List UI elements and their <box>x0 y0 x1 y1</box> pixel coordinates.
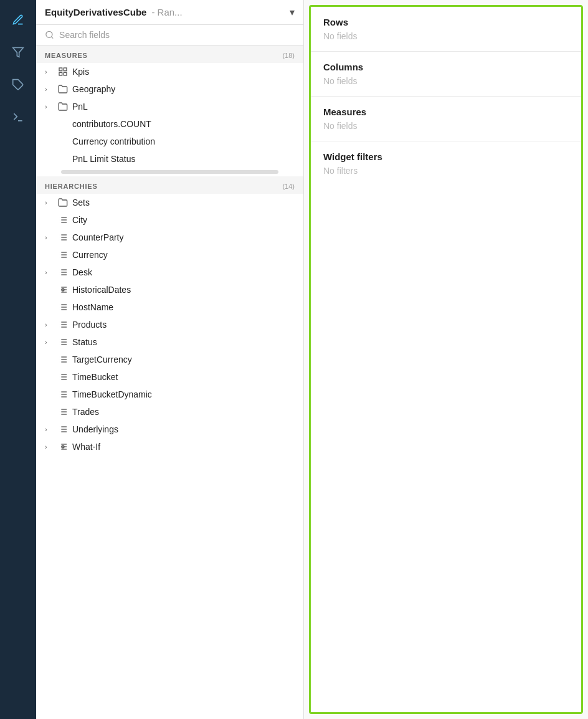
tree-item-underlyings[interactable]: › Underlyings <box>36 421 303 438</box>
widget-filters-title: Widget filters <box>323 151 569 162</box>
left-panel: EquityDerivativesCube - Ran... ▾ MEASURE… <box>36 0 304 719</box>
tree-item-pnl-limit-status[interactable]: › PnL Limit Status <box>36 150 303 168</box>
svg-rect-5 <box>59 68 62 71</box>
tree-item-label: TargetCurrency <box>72 355 132 364</box>
tree-item-geography[interactable]: › Geography <box>36 80 303 98</box>
columns-drop-zone[interactable]: Columns No fields <box>311 52 581 97</box>
chevron-right-icon: › <box>45 68 54 75</box>
tree-item-city[interactable]: City <box>36 211 303 229</box>
measures-dz-title: Measures <box>323 107 569 117</box>
svg-rect-7 <box>59 72 62 75</box>
tree-item-label: Status <box>72 337 97 347</box>
tree-item-sets[interactable]: › Sets <box>36 194 303 211</box>
tree-item-products[interactable]: › Products <box>36 316 303 333</box>
edit-nav-icon[interactable] <box>8 10 28 30</box>
tree-item-status[interactable]: › Status <box>36 333 303 351</box>
rows-drop-zone[interactable]: Rows No fields <box>311 7 581 52</box>
svg-rect-6 <box>64 68 67 71</box>
measures-dz-empty: No fields <box>323 121 569 131</box>
tree-item-label: City <box>72 215 87 225</box>
search-input[interactable] <box>59 30 295 40</box>
nav-bar <box>0 0 36 719</box>
chevron-right-icon: › <box>45 234 54 241</box>
tree-item-contributors-count[interactable]: › contributors.COUNT <box>36 115 303 133</box>
tree-item-pnl[interactable]: › PnL <box>36 98 303 115</box>
tree-item-label: Underlyings <box>72 424 118 434</box>
hierarchy-icon <box>57 354 69 365</box>
filter-nav-icon[interactable] <box>8 42 28 62</box>
tree-item-what-if[interactable]: › What-If <box>36 438 303 455</box>
tree-item-trades[interactable]: Trades <box>36 403 303 421</box>
puzzle-nav-icon[interactable] <box>8 75 28 95</box>
svg-point-3 <box>46 31 52 37</box>
hierarchies-section-header: HIERARCHIES (14) <box>36 176 303 194</box>
none-icon <box>57 118 69 130</box>
tree-item-label: What-If <box>72 442 100 452</box>
hierarchy-icon <box>57 336 69 348</box>
measures-drop-zone[interactable]: Measures No fields <box>311 97 581 141</box>
tree-item-label: TimeBucketDynamic <box>72 389 152 399</box>
measures-label: MEASURES <box>45 52 88 59</box>
widget-filters-drop-zone[interactable]: Widget filters No filters <box>311 141 581 186</box>
tree-item-label: Currency contribution <box>72 136 155 146</box>
cube-name: EquityDerivativesCube <box>45 7 146 17</box>
tree-item-historical-dates[interactable]: HistoricalDates <box>36 281 303 298</box>
chevron-right-icon: › <box>45 103 54 110</box>
hierarchy-special-icon <box>57 441 69 452</box>
cube-suffix: - Ran... <box>151 7 182 17</box>
hierarchy-icon <box>57 406 69 417</box>
hierarchy-icon <box>57 302 69 313</box>
columns-empty: No fields <box>323 76 569 86</box>
tree-item-label: Kpis <box>72 67 89 77</box>
tree-item-desk[interactable]: › Desk <box>36 264 303 281</box>
tree-item-label: PnL Limit Status <box>72 154 135 164</box>
tree-item-label: PnL <box>72 102 88 112</box>
tree-item-currency[interactable]: Currency <box>36 246 303 264</box>
scrollbar[interactable] <box>61 170 278 174</box>
svg-line-4 <box>51 37 53 39</box>
hierarchy-icon <box>57 371 69 383</box>
panel-content: MEASURES (18) › Kpis › Geography <box>36 45 303 719</box>
columns-title: Columns <box>323 62 569 72</box>
tree-item-time-bucket[interactable]: TimeBucket <box>36 368 303 386</box>
measures-count: (18) <box>282 52 295 59</box>
tree-item-label: Sets <box>72 198 90 207</box>
tree-item-label: Trades <box>72 407 99 417</box>
none-icon <box>57 153 69 164</box>
tree-item-label: CounterParty <box>72 232 123 242</box>
chevron-right-icon: › <box>45 269 54 276</box>
hierarchy-icon <box>57 319 69 330</box>
chevron-right-icon: › <box>45 338 54 346</box>
folder-icon <box>57 101 69 112</box>
none-icon <box>57 136 69 147</box>
hierarchy-special-icon <box>57 284 69 295</box>
tree-item-hostname[interactable]: HostName <box>36 298 303 316</box>
tree-item-time-bucket-dynamic[interactable]: TimeBucketDynamic <box>36 386 303 403</box>
folder-icon <box>57 83 69 95</box>
rows-empty: No fields <box>323 31 569 41</box>
measures-section-header: MEASURES (18) <box>36 45 303 63</box>
folder-icon <box>57 197 69 208</box>
hierarchies-label: HIERARCHIES <box>45 183 98 190</box>
hierarchy-icon <box>57 249 69 260</box>
chevron-down-icon: ▾ <box>290 6 295 18</box>
chevron-right-icon: › <box>45 321 54 328</box>
search-icon <box>45 30 54 40</box>
tree-item-currency-contribution[interactable]: › Currency contribution <box>36 133 303 150</box>
tree-item-kpis[interactable]: › Kpis <box>36 63 303 80</box>
hierarchies-count: (14) <box>282 183 295 190</box>
terminal-nav-icon[interactable] <box>8 107 28 127</box>
tree-item-label: Currency <box>72 250 108 260</box>
tree-item-label: contributors.COUNT <box>72 119 151 129</box>
cube-selector[interactable]: EquityDerivativesCube - Ran... ▾ <box>36 0 303 25</box>
search-bar <box>36 25 303 45</box>
chevron-right-icon: › <box>45 426 54 433</box>
tree-item-label: Products <box>72 320 107 330</box>
tree-item-label: Desk <box>72 267 92 277</box>
rows-title: Rows <box>323 17 569 27</box>
chevron-right-icon: › <box>45 443 54 450</box>
tree-item-counterparty[interactable]: › CounterParty <box>36 229 303 246</box>
tree-item-target-currency[interactable]: TargetCurrency <box>36 351 303 368</box>
hierarchy-icon <box>57 214 69 226</box>
hierarchy-icon <box>57 232 69 243</box>
